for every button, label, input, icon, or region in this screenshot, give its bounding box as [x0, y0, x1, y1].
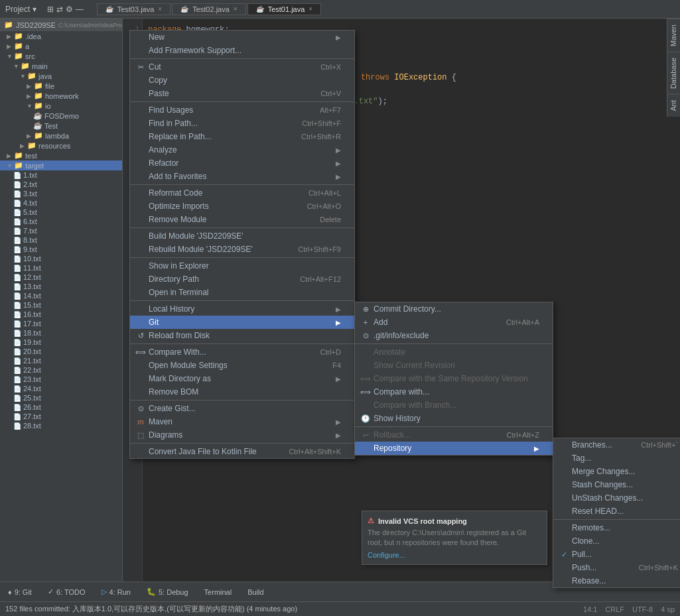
tree-item-2txt[interactable]: 📄2.txt	[0, 180, 122, 189]
repo-merge[interactable]: Merge Changes...	[553, 465, 680, 478]
menu-remove-bom[interactable]: Remove BOM	[130, 385, 354, 399]
menu-git[interactable]: Git ▶	[130, 316, 354, 329]
tree-item-17txt[interactable]: 📄17.txt	[0, 319, 122, 328]
tree-item-21txt[interactable]: 📄21.txt	[0, 356, 122, 365]
toolbar-run[interactable]: ▷ 4: Run	[99, 586, 133, 597]
tree-item-homework[interactable]: ▶📁homework	[0, 91, 122, 101]
close-icon[interactable]: ×	[234, 5, 238, 13]
toolbar-terminal[interactable]: Terminal	[202, 587, 235, 597]
tree-item-resources[interactable]: ▶📁resources	[0, 141, 122, 151]
tree-item-11txt[interactable]: 📄11.txt	[0, 263, 122, 273]
git-compare-with[interactable]: ⟺ Compare with...	[355, 385, 553, 399]
tree-item-25txt[interactable]: 📄25.txt	[0, 393, 122, 402]
menu-analyze[interactable]: Analyze ▶	[130, 143, 354, 156]
tree-item-file[interactable]: ▶📁file	[0, 81, 122, 91]
tree-item-24txt[interactable]: 📄24.txt	[0, 384, 122, 393]
repo-tag[interactable]: Tag...	[553, 452, 680, 465]
toolbar-git[interactable]: ♦ 9: Git	[5, 587, 34, 597]
toolbar-icon-4[interactable]: —	[76, 5, 84, 14]
menu-reload-disk[interactable]: ↺ Reload from Disk	[130, 329, 354, 342]
repo-remotes[interactable]: Remotes...	[553, 521, 680, 534]
sidebar-ant[interactable]: Ant	[667, 94, 679, 117]
menu-replace-in-path[interactable]: Replace in Path... Ctrl+Shift+R	[130, 130, 354, 143]
tab-test02[interactable]: ☕ Test02.java ×	[172, 3, 246, 15]
repo-clone[interactable]: Clone...	[553, 534, 680, 548]
menu-add-framework[interactable]: Add Framework Support...	[130, 44, 354, 57]
menu-open-terminal[interactable]: Open in Terminal	[130, 286, 354, 299]
tree-item-1txt[interactable]: 📄1.txt	[0, 170, 122, 180]
sidebar-maven[interactable]: Maven	[667, 19, 679, 52]
status-spaces[interactable]: 4 sp	[661, 605, 675, 613]
repo-unstash[interactable]: UnStash Changes...	[553, 491, 680, 505]
menu-copy[interactable]: Copy	[130, 74, 354, 87]
vcs-configure-link[interactable]: Configure...	[368, 551, 541, 559]
menu-maven[interactable]: m Maven ▶	[130, 415, 354, 428]
tree-item-16txt[interactable]: 📄16.txt	[0, 310, 122, 319]
menu-cut[interactable]: ✂ Cut Ctrl+X	[130, 60, 354, 74]
repo-rebase[interactable]: Rebase...	[553, 574, 680, 587]
tree-item-main[interactable]: ▼📁main	[0, 61, 122, 71]
menu-mark-directory[interactable]: Mark Directory as ▶	[130, 372, 354, 385]
git-exclude[interactable]: ⊙ .git/info/exclude	[355, 329, 553, 342]
tree-item-a[interactable]: ▶📁a	[0, 41, 122, 51]
tree-item-23txt[interactable]: 📄23.txt	[0, 375, 122, 384]
tree-item-test[interactable]: ☕Test	[0, 121, 122, 131]
repo-stash[interactable]: Stash Changes...	[553, 478, 680, 491]
tree-item-io[interactable]: ▼📁io	[0, 101, 122, 111]
tab-test03[interactable]: ☕ Test03.java ×	[97, 3, 171, 15]
menu-refactor[interactable]: Refactor ▶	[130, 156, 354, 170]
menu-open-module-settings[interactable]: Open Module Settings F4	[130, 359, 354, 372]
tree-item-22txt[interactable]: 📄22.txt	[0, 365, 122, 375]
menu-directory-path[interactable]: Directory Path Ctrl+Alt+F12	[130, 273, 354, 286]
tree-item-19txt[interactable]: 📄19.txt	[0, 338, 122, 347]
menu-find-usages[interactable]: Find Usages Alt+F7	[130, 103, 354, 117]
tree-item-4txt[interactable]: 📄4.txt	[0, 198, 122, 208]
toolbar-debug[interactable]: 🐛 5: Debug	[144, 586, 191, 597]
tree-item-14txt[interactable]: 📄14.txt	[0, 291, 122, 300]
tab-test01[interactable]: ☕ Test01.java ×	[247, 3, 322, 15]
close-icon[interactable]: ×	[158, 5, 162, 13]
git-add[interactable]: + Add Ctrl+Alt+A	[355, 316, 553, 329]
menu-remove-module[interactable]: Remove Module Delete	[130, 213, 354, 226]
toolbar-todo[interactable]: ✓ 6: TODO	[45, 586, 88, 597]
menu-convert-kotlin[interactable]: Convert Java File to Kotlin File Ctrl+Al…	[130, 445, 354, 458]
tree-item-java[interactable]: ▼📁java	[0, 71, 122, 81]
status-encoding[interactable]: UTF-8	[632, 605, 653, 613]
repo-push[interactable]: Push... Ctrl+Shift+K	[553, 561, 680, 574]
menu-add-favorites[interactable]: Add to Favorites ▶	[130, 170, 354, 183]
menu-diagrams[interactable]: ⬚ Diagrams ▶	[130, 428, 354, 442]
tree-item-7txt[interactable]: 📄7.txt	[0, 226, 122, 235]
tree-item-lambda[interactable]: ▶📁lambda	[0, 131, 122, 141]
toolbar-icon-1[interactable]: ⊞	[47, 5, 54, 14]
tree-item-13txt[interactable]: 📄13.txt	[0, 282, 122, 291]
repo-reset-head[interactable]: Reset HEAD...	[553, 505, 680, 518]
tree-item-12txt[interactable]: 📄12.txt	[0, 273, 122, 282]
tree-item-10txt[interactable]: 📄10.txt	[0, 254, 122, 263]
tree-item-18txt[interactable]: 📄18.txt	[0, 328, 122, 338]
tree-item-9txt[interactable]: 📄9.txt	[0, 245, 122, 254]
sidebar-database[interactable]: Database	[667, 52, 679, 94]
repo-branches[interactable]: Branches... Ctrl+Shift+`	[553, 438, 680, 452]
tree-item-5txt[interactable]: 📄5.txt	[0, 208, 122, 217]
menu-rebuild[interactable]: Rebuild Module 'JSD2209SE' Ctrl+Shift+F9	[130, 243, 354, 256]
toolbar-icon-3[interactable]: ⚙	[66, 5, 73, 14]
menu-show-explorer[interactable]: Show in Explorer	[130, 259, 354, 273]
tree-item-8txt[interactable]: 📄8.txt	[0, 235, 122, 245]
tree-item-20txt[interactable]: 📄20.txt	[0, 347, 122, 356]
tree-item-fosdemo[interactable]: ☕FOSDemo	[0, 111, 122, 121]
menu-build[interactable]: Build Module 'JSD2209SE'	[130, 229, 354, 243]
tree-item-26txt[interactable]: 📄26.txt	[0, 402, 122, 412]
tree-item-3txt[interactable]: 📄3.txt	[0, 189, 122, 198]
menu-optimize-imports[interactable]: Optimize Imports Ctrl+Alt+O	[130, 200, 354, 213]
tree-item-27txt[interactable]: 📄27.txt	[0, 412, 122, 421]
git-show-history[interactable]: 🕐 Show History	[355, 412, 553, 425]
git-commit-directory[interactable]: ⊕ Commit Directory...	[355, 302, 553, 316]
tree-item-src[interactable]: ▼📁src	[0, 51, 122, 61]
status-crlf[interactable]: CRLF	[605, 605, 624, 613]
git-repository[interactable]: Repository ▶	[355, 442, 553, 455]
menu-reformat[interactable]: Reformat Code Ctrl+Alt+L	[130, 186, 354, 200]
menu-local-history[interactable]: Local History ▶	[130, 302, 354, 316]
menu-new[interactable]: New ▶	[130, 31, 354, 44]
close-icon[interactable]: ×	[308, 5, 312, 13]
menu-find-in-path[interactable]: Find in Path... Ctrl+Shift+F	[130, 117, 354, 130]
